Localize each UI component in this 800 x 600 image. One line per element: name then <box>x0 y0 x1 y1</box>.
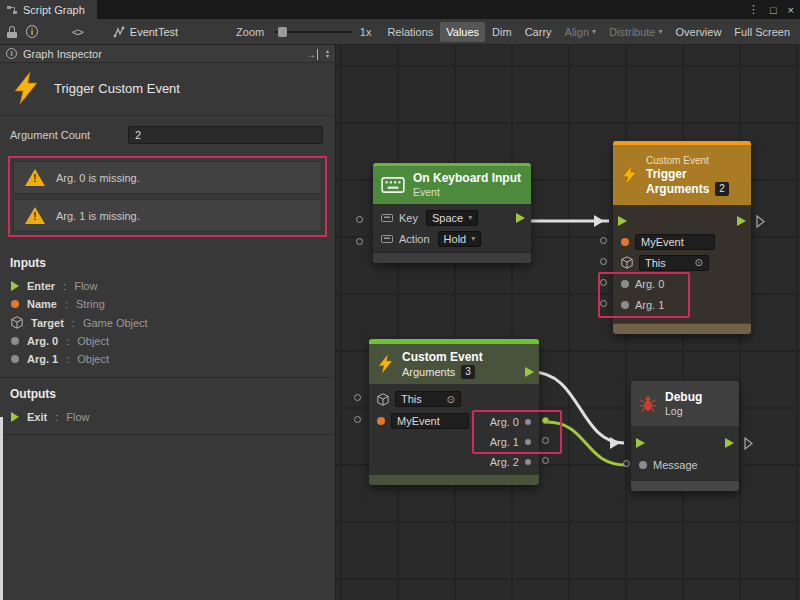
flow-input-port[interactable] <box>636 438 645 448</box>
keyboard-icon <box>381 177 405 193</box>
object-port-icon <box>639 461 647 469</box>
port-trigger-name[interactable] <box>600 237 607 244</box>
window-controls: ⋮ □ × <box>748 0 794 19</box>
inspector-title: Graph Inspector <box>23 48 102 60</box>
node-on-keyboard-input[interactable]: On Keyboard Input Event Key Space▾ Act <box>373 163 531 263</box>
key-port-icon <box>381 214 393 222</box>
io-row-enter: Enter:Flow <box>0 277 335 295</box>
graph-inspector-panel: i Graph Inspector → ▴▾ Trigger Custom Ev… <box>0 45 336 600</box>
dim-button[interactable]: Dim <box>486 22 518 42</box>
node-debug-log[interactable]: Debug Log Message <box>631 381 739 491</box>
flow-row <box>631 432 739 454</box>
target-field[interactable]: This⊙ <box>395 391 461 407</box>
info-icon[interactable]: i <box>26 25 38 38</box>
flow-output-port[interactable] <box>525 367 534 377</box>
node-title: Debug <box>665 390 702 405</box>
inspector-header: i Graph Inspector → ▴▾ <box>0 45 335 63</box>
flow-input-port[interactable] <box>618 216 627 226</box>
node-title: Trigger <box>646 167 729 182</box>
relations-button[interactable]: Relations <box>381 22 439 42</box>
port-action[interactable] <box>356 238 363 245</box>
port-log-message[interactable] <box>623 460 630 467</box>
window-close-icon[interactable]: × <box>788 4 794 16</box>
arg2-row: Arg. 2 <box>490 452 531 472</box>
event-name-field[interactable]: MyEvent <box>391 413 469 429</box>
action-dropdown[interactable]: Hold▾ <box>438 231 482 247</box>
node-header: Debug Log <box>631 381 739 426</box>
scroll-spinner-icon[interactable]: ▴▾ <box>326 49 329 59</box>
port-event-target[interactable] <box>354 394 361 401</box>
action-row: Action Hold▾ <box>373 228 531 249</box>
zoom-value: 1x <box>360 26 372 38</box>
toolbar-buttons: Relations Values Dim Carry Align▾ Distri… <box>381 22 796 42</box>
caret-down-icon: ▾ <box>592 27 596 36</box>
code-icon[interactable]: <> <box>72 26 83 38</box>
io-row-exit: Exit:Flow <box>0 408 335 426</box>
warning-text: Arg. 0 is missing. <box>56 172 140 184</box>
flow-output-port[interactable] <box>516 213 525 223</box>
node-subtitle: Log <box>665 405 702 418</box>
window-maximize-icon[interactable]: □ <box>770 4 777 16</box>
dock-icon[interactable]: → <box>306 48 318 60</box>
zoom-slider[interactable] <box>274 31 352 33</box>
values-button[interactable]: Values <box>440 22 485 42</box>
flow-output-port[interactable] <box>737 216 746 226</box>
flow-continuation-hint <box>756 215 766 228</box>
flow-continuation-hint <box>744 437 754 450</box>
gameobject-cube-icon <box>621 256 633 269</box>
graph-asset-icon <box>113 26 125 38</box>
node-header: On Keyboard Input Event <box>373 163 531 204</box>
target-field[interactable]: This⊙ <box>639 255 709 271</box>
key-dropdown[interactable]: Space▾ <box>426 210 478 226</box>
caret-down-icon: ▾ <box>468 213 472 222</box>
graph-asset-reference[interactable]: EventTest <box>113 26 178 38</box>
object-picker-icon[interactable]: ⊙ <box>447 394 455 405</box>
warning-icon: ! <box>25 169 45 186</box>
flow-port-icon <box>11 412 19 422</box>
selected-unit-header: Trigger Custom Event <box>0 63 335 116</box>
align-button[interactable]: Align▾ <box>559 22 602 42</box>
string-port-icon <box>377 417 385 425</box>
event-name-field[interactable]: MyEvent <box>635 234 715 250</box>
lock-icon[interactable] <box>7 26 16 38</box>
zoom-slider-handle[interactable] <box>278 27 287 37</box>
node-header: Custom Event Arguments3 <box>369 344 539 384</box>
action-label: Action <box>399 233 430 245</box>
flow-row <box>613 210 751 231</box>
tab-bar: Script Graph ⋮ □ × <box>0 0 800 19</box>
flow-output-port[interactable] <box>725 438 734 448</box>
carry-button[interactable]: Carry <box>519 22 558 42</box>
graph-canvas[interactable]: On Keyboard Input Event Key Space▾ Act <box>336 45 800 600</box>
warning-row: ! Arg. 1 is missing. <box>13 199 322 232</box>
unit-title: Trigger Custom Event <box>54 81 180 96</box>
argument-count-row: Argument Count 2 <box>0 116 335 152</box>
object-port-icon <box>11 355 19 363</box>
tab-script-graph[interactable]: Script Graph <box>0 0 97 19</box>
unity-script-graph-window: Script Graph ⋮ □ × i <> EventTest Zoom 1… <box>0 0 800 600</box>
port-trigger-target[interactable] <box>600 258 607 265</box>
bug-icon <box>639 395 657 413</box>
inputs-section: Inputs Enter:Flow Name:String Target:Gam… <box>0 247 335 368</box>
outputs-section: Outputs Exit:Flow <box>0 377 335 435</box>
node-title: On Keyboard Input <box>413 171 521 186</box>
overview-button[interactable]: Overview <box>670 22 728 42</box>
fullscreen-button[interactable]: Full Screen <box>728 22 796 42</box>
argument-count-badge: 3 <box>461 365 475 379</box>
argument-count-input[interactable]: 2 <box>128 126 323 144</box>
action-port-icon <box>381 235 393 243</box>
node-title: Custom Event <box>402 350 483 365</box>
port-event-name[interactable] <box>354 416 361 423</box>
window-menu-icon[interactable]: ⋮ <box>748 3 759 16</box>
port-event-arg2[interactable] <box>542 457 549 464</box>
target-row: This⊙ <box>369 388 539 410</box>
warning-text: Arg. 1 is missing. <box>56 210 140 222</box>
panel-edge-scrollbar[interactable] <box>0 417 3 600</box>
distribute-button[interactable]: Distribute▾ <box>603 22 668 42</box>
zoom-label: Zoom <box>236 26 264 38</box>
lightning-bolt-icon <box>377 354 394 374</box>
missing-args-warning-highlight: ! Arg. 0 is missing. ! Arg. 1 is missing… <box>8 156 327 237</box>
node-footer <box>369 474 539 485</box>
io-row-arg1: Arg. 1:Object <box>0 350 335 368</box>
object-picker-icon[interactable]: ⊙ <box>695 257 703 268</box>
port-key[interactable] <box>356 216 363 223</box>
